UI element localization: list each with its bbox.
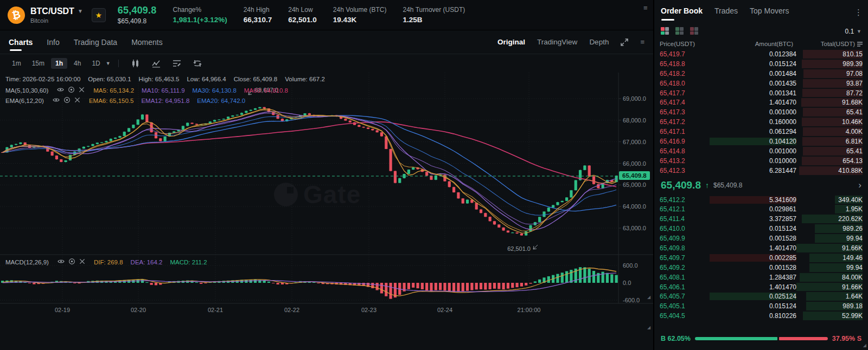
order-amount: 0.001528 [710, 264, 796, 271]
chart-mode-tradingview[interactable]: TradingView [537, 38, 577, 46]
compare-icon[interactable] [193, 59, 202, 68]
order-price: 65,409.9 [660, 235, 710, 242]
orderbook-bid-row[interactable]: 65,409.90.00152899.94 [654, 234, 868, 243]
close-icon[interactable] [79, 258, 85, 265]
order-total: 93.87 [796, 80, 863, 87]
timeframe-4h[interactable]: 4h [69, 58, 85, 69]
orderbook-ask-row[interactable]: 65,414.80.00100065.41 [654, 146, 868, 156]
panel-drag-handle-icon[interactable]: ≡ [643, 4, 648, 11]
orderbook-bid-row[interactable]: 65,408.11.28438784.00K [654, 273, 868, 282]
order-total: 52.99K [796, 312, 863, 320]
stat-24h-high: 24h High66,310.7 [244, 6, 272, 24]
view-asks-icon[interactable] [690, 27, 699, 35]
chart-mode-depth[interactable]: Depth [589, 38, 609, 46]
timeframe-1d[interactable]: 1D [87, 58, 104, 69]
orderbook-bid-row[interactable]: 65,412.10.0298611.95K [654, 204, 868, 214]
order-total: 65.41 [796, 147, 863, 155]
change-value: 1,981.1(+3.12%) [173, 16, 227, 24]
timeframe-1h[interactable]: 1h [51, 58, 67, 69]
chevron-right-icon[interactable]: › [858, 180, 861, 191]
pair-subtitle: Bitcoin [30, 17, 83, 24]
candlestick-chart[interactable]: 69,000.068,000.067,000.066,000.065,000.0… [0, 73, 653, 320]
order-amount: 0.012384 [710, 50, 796, 58]
settings-target-icon[interactable] [63, 96, 71, 105]
pair-selector[interactable]: BTC/USDT ▼ [30, 7, 83, 16]
kebab-menu-icon[interactable]: ⋮ [854, 8, 867, 17]
orderbook-bid-row[interactable]: 65,409.20.00152899.94 [654, 263, 868, 273]
orderbook-ask-row[interactable]: 65,412.36.281447410.88K [654, 166, 868, 176]
close-icon[interactable] [79, 87, 85, 94]
order-total: 91.66K [796, 244, 863, 252]
settings-target-icon[interactable] [68, 258, 75, 266]
timeframe-1m[interactable]: 1m [8, 58, 25, 69]
orderbook-ask-row[interactable]: 65,417.70.00134187.72 [654, 88, 868, 98]
orderbook-bid-row[interactable]: 65,409.81.40147091.66K [654, 243, 868, 253]
orderbook-ask-row[interactable]: 65,417.30.00100065.41 [654, 107, 868, 117]
mid-price-row[interactable]: 65,409.8 ↑ $65,409.8 › [654, 177, 868, 194]
orderbook-ask-row[interactable]: 65,419.70.012384810.15 [654, 49, 868, 59]
market-header: ₿ BTC/USDT ▼ Bitcoin ★ 65,409.8 $65,409.… [0, 0, 653, 30]
timeframe-more-icon[interactable]: ▼ [106, 61, 111, 66]
tab-moments[interactable]: Moments [131, 31, 163, 53]
order-price: 65,417.4 [660, 99, 710, 106]
orderbook-ask-row[interactable]: 65,417.10.0612944.00K [654, 127, 868, 137]
svg-text:02-20: 02-20 [131, 307, 146, 313]
orderbook-ask-row[interactable]: 65,417.41.40147091.68K [654, 98, 868, 107]
precision-dropdown[interactable]: 0.1 ▼ [845, 28, 861, 35]
line-chart-icon[interactable] [152, 59, 161, 68]
orderbook-layout-icon[interactable] [857, 42, 863, 47]
indicator-value: MA30: 64,130.8 [193, 87, 237, 94]
orderbook-bid-row[interactable]: 65,412.25.341609349.40K [654, 195, 868, 205]
mid-price: 65,409.8 [661, 179, 701, 191]
orderbook-bid-row[interactable]: 65,410.00.015124989.26 [654, 224, 868, 234]
order-total: 91.68K [796, 99, 863, 106]
orderbook-bid-row[interactable]: 65,404.50.81022652.99K [654, 311, 868, 321]
view-both-icon[interactable] [661, 27, 670, 35]
candle-style-icon[interactable] [131, 59, 140, 68]
chart-mode-original[interactable]: Original [497, 38, 525, 46]
order-price: 65,418.2 [660, 70, 710, 77]
resize-handle[interactable]: ◢ [647, 325, 650, 330]
eye-icon[interactable] [53, 96, 60, 105]
asks-list: 65,419.70.012384810.1565,418.80.01512498… [654, 49, 868, 176]
orderbook-bid-row[interactable]: 65,405.10.015124989.18 [654, 301, 868, 311]
eye-icon[interactable] [57, 86, 64, 94]
last-price: 65,409.8 [118, 5, 157, 16]
orderbook-ask-row[interactable]: 65,417.20.16000010.46K [654, 117, 868, 127]
price-up-arrow-icon: ↑ [705, 181, 709, 190]
order-amount: 3.372857 [710, 215, 796, 223]
tab-info[interactable]: Info [47, 31, 59, 53]
panel-drag-handle-icon[interactable]: ≡ [640, 38, 644, 46]
indicators-icon[interactable] [173, 59, 181, 68]
order-price: 65,417.3 [660, 108, 710, 116]
tab-trading-data[interactable]: Trading Data [74, 31, 117, 53]
order-amount: 1.401470 [710, 283, 796, 291]
orderbook-tab-trades[interactable]: Trades [714, 7, 738, 21]
orderbook-ask-row[interactable]: 65,413.20.010000654.13 [654, 156, 868, 166]
orderbook-tab-top-movers[interactable]: Top Movers [750, 7, 789, 21]
favorite-star-button[interactable]: ★ [92, 8, 106, 22]
total-column-header: Total(USDT) [821, 41, 855, 47]
fullscreen-icon[interactable] [621, 38, 628, 46]
btc-coin-icon: ₿ [6, 5, 27, 25]
orderbook-ask-row[interactable]: 65,418.80.015124989.39 [654, 59, 868, 69]
timeframe-15m[interactable]: 15m [28, 58, 49, 69]
orderbook-bid-row[interactable]: 65,406.11.40147091.66K [654, 282, 868, 292]
close-icon[interactable] [74, 97, 80, 104]
orderbook-ask-row[interactable]: 65,418.00.00143593.87 [654, 79, 868, 88]
orderbook-bid-row[interactable]: 65,411.43.372857220.62K [654, 214, 868, 224]
tab-charts[interactable]: Charts [9, 31, 33, 53]
orderbook-ask-row[interactable]: 65,418.20.00148497.08 [654, 69, 868, 79]
order-amount: 0.001528 [710, 235, 796, 242]
orderbook-bid-row[interactable]: 65,409.70.002285149.46 [654, 253, 868, 263]
order-price: 65,408.1 [660, 274, 710, 281]
settings-target-icon[interactable] [68, 86, 75, 94]
orderbook-bid-row[interactable]: 65,405.70.0251241.64K [654, 291, 868, 301]
svg-text:02-22: 02-22 [284, 307, 299, 313]
eye-icon[interactable] [58, 258, 65, 266]
orderbook-ask-row[interactable]: 65,416.90.1041206.81K [654, 137, 868, 146]
view-bids-icon[interactable] [675, 27, 685, 35]
resize-handle[interactable]: ◢ [863, 343, 866, 348]
orderbook-tab-order-book[interactable]: Order Book [661, 7, 703, 21]
order-amount: 5.341609 [710, 196, 796, 204]
